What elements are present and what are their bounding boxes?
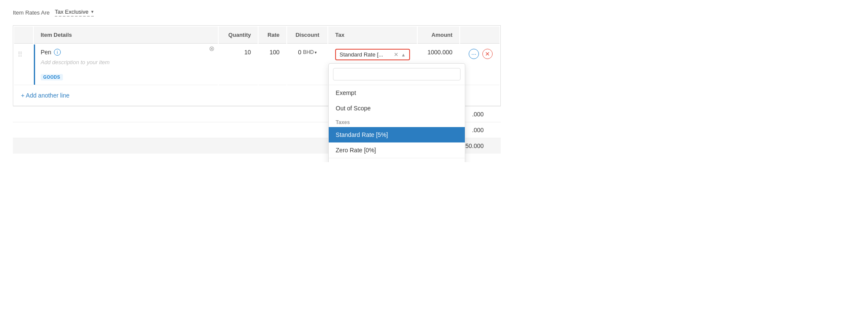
tax-exclusive-label: Tax Exclusive [55, 9, 89, 15]
tax-clear-icon[interactable]: ✕ [394, 51, 398, 58]
currency-label: BHD [303, 49, 314, 55]
rate-value[interactable]: 100 [270, 49, 279, 56]
tax-search-input[interactable] [333, 68, 461, 80]
quantity-header: Quantity [219, 27, 258, 44]
tax-exclusive-dropdown[interactable]: Tax Exclusive ▾ [55, 9, 94, 17]
tax-selected-label: Standard Rate [... [339, 51, 391, 58]
discount-value[interactable]: 0 [298, 49, 301, 56]
drag-col-header [14, 27, 33, 44]
drag-handle-icon[interactable]: ⠿ [18, 51, 26, 58]
item-details-cell: Pen i ⊗ Add description to your item GOO… [34, 44, 218, 85]
tax-cell: Standard Rate [... ✕ ▲ Exempt Out of Sco… [328, 44, 417, 85]
item-name-row: Pen i ⊗ [41, 49, 211, 56]
dropdown-item-standard-rate[interactable]: Standard Rate [5%] [329, 127, 465, 142]
row-actions: ··· ✕ [460, 44, 499, 85]
amount-value: 1000.000 [428, 49, 452, 56]
item-rates-label: Item Rates Are [13, 9, 50, 16]
quantity-value[interactable]: 10 [244, 49, 251, 56]
item-close-icon[interactable]: ⊗ [209, 44, 214, 53]
new-tax-button[interactable]: + New Tax [329, 158, 465, 162]
actions-col-header [460, 27, 499, 44]
item-details-header: Item Details [34, 27, 218, 44]
rate-header: Rate [259, 27, 286, 44]
row-delete-button[interactable]: ✕ [482, 49, 493, 59]
rate-cell: 100 [259, 44, 286, 85]
quantity-cell: 10 [219, 44, 258, 85]
item-rates-row: Item Rates Are Tax Exclusive ▾ [13, 9, 501, 17]
add-line-label: + Add another line [21, 92, 69, 99]
item-description[interactable]: Add description to your item [41, 59, 211, 65]
dropdown-item-exempt[interactable]: Exempt [329, 85, 465, 101]
currency-select[interactable]: BHD ▾ [303, 49, 317, 55]
dropdown-item-zero-rate[interactable]: Zero Rate [0%] [329, 142, 465, 158]
tax-selector[interactable]: Standard Rate [... ✕ ▲ [335, 49, 410, 60]
tax-header: Tax [328, 27, 417, 44]
discount-cell: 0 BHD ▾ [287, 44, 327, 85]
dropdown-search-area [329, 64, 465, 85]
blue-accent [34, 44, 35, 85]
tax-chevron-icon[interactable]: ▲ [401, 52, 406, 57]
taxes-section-label: Taxes [329, 116, 465, 127]
dropdown-item-out-of-scope[interactable]: Out of Scope [329, 101, 465, 116]
goods-badge: GOODS [41, 74, 63, 80]
currency-chevron-icon: ▾ [315, 50, 317, 55]
table-row: ⠿ Pen i ⊗ Add description to your item G… [14, 44, 499, 85]
amount-header: Amount [418, 27, 459, 44]
info-icon[interactable]: i [54, 49, 61, 56]
line-items-table: Item Details Quantity Rate Discount Tax … [13, 25, 501, 106]
row-more-options-button[interactable]: ··· [469, 49, 479, 59]
discount-header: Discount [287, 27, 327, 44]
item-name: Pen [41, 49, 51, 56]
tax-dropdown: Exempt Out of Scope Taxes Standard Rate … [328, 63, 465, 162]
chevron-down-icon: ▾ [91, 9, 94, 15]
